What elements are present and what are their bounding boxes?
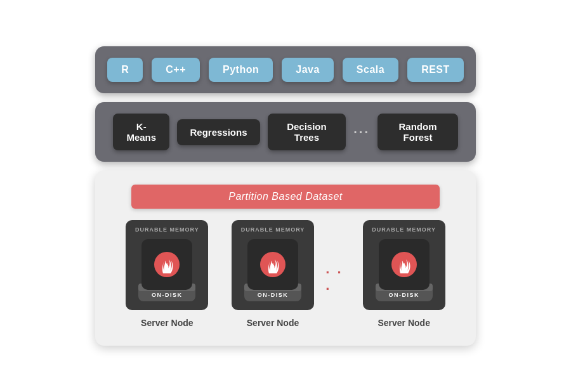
ondisk-label-2: ON-DISK — [258, 292, 289, 298]
partition-bar: Partition Based Dataset — [131, 185, 440, 209]
lang-python-button[interactable]: Python — [209, 58, 273, 82]
storage-unit-3: DURABLE MEMORY ON-DISK — [363, 220, 445, 310]
nodes-ellipsis: · · · — [325, 220, 351, 297]
disk-3: ON-DISK — [376, 239, 433, 301]
storage-unit-2: DURABLE MEMORY ON-DISK — [232, 220, 314, 310]
disk-top-3 — [379, 239, 430, 290]
lang-cpp-button[interactable]: C++ — [152, 58, 200, 82]
disk-2: ON-DISK — [244, 239, 301, 301]
server-node-3: DURABLE MEMORY ON-DISK Server N — [351, 220, 457, 328]
algo-decision-trees-button[interactable]: Decision Trees — [268, 114, 346, 150]
storage-unit-1: DURABLE MEMORY ON-DISK — [126, 220, 208, 310]
ignite-logo-3 — [390, 251, 418, 278]
server-node-2: DURABLE MEMORY ON-DISK Server N — [220, 220, 326, 328]
algo-dots: ··· — [353, 125, 370, 140]
algorithm-bar: K-Means Regressions Decision Trees ··· R… — [95, 102, 476, 162]
disk-1: ON-DISK — [138, 239, 195, 301]
main-container: R C++ Python Java Scala REST K-Means Reg… — [95, 46, 476, 346]
server-node-label-2: Server Node — [247, 318, 299, 328]
algo-kmeans-button[interactable]: K-Means — [113, 114, 169, 150]
language-bar: R C++ Python Java Scala REST — [95, 46, 476, 93]
lang-scala-button[interactable]: Scala — [343, 58, 398, 82]
partition-label: Partition Based Dataset — [228, 191, 343, 202]
lang-r-button[interactable]: R — [107, 58, 143, 82]
server-node-label-3: Server Node — [377, 318, 430, 328]
lang-java-button[interactable]: Java — [282, 58, 334, 82]
ignite-logo-2 — [259, 251, 287, 278]
lang-rest-button[interactable]: REST — [407, 58, 464, 82]
durable-label-2: DURABLE MEMORY — [241, 226, 305, 233]
durable-label-1: DURABLE MEMORY — [135, 226, 199, 233]
ondisk-label-3: ON-DISK — [388, 292, 419, 298]
cluster-panel: Partition Based Dataset DURABLE MEMORY — [95, 171, 476, 346]
server-node-label-1: Server Node — [141, 318, 193, 328]
ignite-logo-1 — [153, 251, 181, 278]
disk-top-1 — [141, 239, 192, 290]
server-node-1: DURABLE MEMORY ON-DISK Server N — [114, 220, 220, 328]
ondisk-label-1: ON-DISK — [152, 292, 183, 298]
algo-random-forest-button[interactable]: Random Forest — [377, 114, 458, 150]
durable-label-3: DURABLE MEMORY — [372, 226, 436, 233]
algo-regressions-button[interactable]: Regressions — [177, 119, 259, 145]
disk-top-2 — [247, 239, 298, 290]
nodes-row: DURABLE MEMORY ON-DISK Server N — [114, 220, 457, 328]
